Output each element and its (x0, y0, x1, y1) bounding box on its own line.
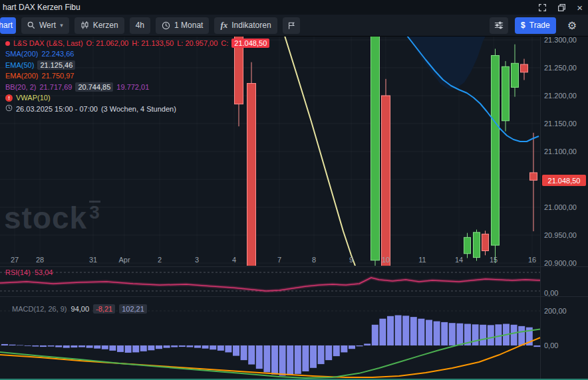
macd-histogram-bar (434, 322, 440, 345)
macd-histogram-bar (418, 319, 424, 345)
date-tick-label: 15 (490, 256, 498, 264)
macd-histogram-bar (218, 345, 224, 351)
close-icon[interactable]: × (577, 3, 583, 13)
ema50-label: EMA(50) (5, 61, 34, 70)
fullscreen-icon[interactable] (538, 3, 547, 12)
macd-histogram-bar (488, 325, 494, 345)
macd-histogram-bar (302, 345, 309, 371)
candle-body (482, 234, 489, 250)
macd-histogram-bar (472, 324, 479, 345)
macd-histogram-bar (318, 345, 325, 364)
date-tick-label: 11 (418, 256, 426, 264)
vwap-legend-row[interactable]: ! VWAP(10) (5, 94, 269, 102)
chart-tab-button-clipped[interactable]: hart (0, 17, 16, 34)
macd-histogram-bar (518, 326, 525, 345)
macd-histogram-bar (148, 345, 154, 350)
macd-histogram-bar (1, 344, 8, 345)
close-value-badge: 21.048,50 (231, 39, 269, 48)
indicators-button[interactable]: fx Indikatoren (214, 17, 277, 34)
macd-histogram-value: -8,21 (93, 304, 115, 314)
macd-histogram-bar (25, 345, 31, 346)
candle-body (530, 173, 537, 180)
timeframe-text: 26.03.2025 15:00 - 07:00 (16, 105, 98, 114)
date-tick-label: 10 (382, 256, 390, 264)
macd-histogram-bar (395, 316, 402, 346)
rsi-line (0, 278, 540, 291)
macd-histogram-bar (410, 317, 417, 345)
macd-histogram-bar (333, 345, 340, 356)
macd-histogram-bar (40, 345, 47, 347)
macd-histogram-bar (233, 345, 239, 356)
interval-button[interactable]: 4h (130, 17, 150, 34)
ema50-legend-row[interactable]: EMA(50) 21.125,46 (5, 60, 269, 70)
macd-histogram-bar (426, 320, 432, 345)
macd-histogram-bar (225, 345, 231, 352)
macd-histogram-bar (78, 345, 85, 347)
price-tick-label: 20.950,00 (544, 231, 577, 239)
bb-middle-value-badge: 20.744,85 (75, 82, 113, 92)
chart-settings-sliders-button[interactable] (490, 17, 508, 34)
indicator-band-cloud (407, 36, 486, 89)
rsi-indicator-label[interactable]: RSI(14) 53,04 (5, 268, 53, 276)
date-tick-label: 31 (89, 256, 97, 264)
macd-histogram-bar (357, 345, 363, 346)
macd-histogram-bar (164, 345, 170, 348)
wert-dropdown-button[interactable]: Wert ▾ (21, 17, 69, 34)
bookmark-button[interactable] (283, 17, 300, 34)
price-tick-label: 21.200,00 (544, 92, 577, 100)
macd-indicator-label[interactable]: MACD(12, 26, 9) 94,00 -8,21 102,21 (12, 304, 147, 314)
instrument-legend-row[interactable]: L&S DAX (L&S, Last) O: 21.062,00 H: 21.1… (5, 39, 269, 48)
macd-histogram-bar (202, 345, 209, 349)
settings-gear-button[interactable]: ⚙ (563, 17, 581, 34)
rsi-value: 53,04 (35, 268, 53, 276)
sma-legend-row[interactable]: SMA(200) 22.243,66 (5, 50, 269, 58)
macd-axis-label: 0,00 (544, 341, 558, 349)
open-value: O: 21.062,00 (86, 39, 129, 48)
fx-icon: fx (220, 20, 227, 31)
bb-legend-row[interactable]: BB(20, 2) 21.717,69 20.744,85 19.772,01 (5, 82, 269, 92)
date-tick-label: 4 (232, 256, 236, 264)
macd-histogram-bar (263, 345, 270, 372)
dollar-icon: $ (521, 21, 525, 30)
date-tick-label: 27 (11, 256, 19, 264)
macd-histogram-bar (295, 345, 301, 374)
macd-histogram-bar (140, 345, 147, 351)
macd-histogram-bar (210, 345, 216, 349)
restore-window-icon[interactable] (557, 3, 566, 12)
price-tick-label: 21.100,00 (544, 147, 577, 155)
macd-histogram-bar (241, 345, 247, 360)
macd-histogram-bar (256, 345, 263, 369)
macd-histogram-bar (387, 316, 394, 345)
clock-icon-small (5, 104, 13, 114)
macd-histogram-bar (456, 324, 463, 345)
bookmark-icon (287, 21, 295, 30)
sma-value: 22.243,66 (42, 50, 74, 58)
rsi-name: RSI(14) (5, 268, 31, 276)
macd-histogram-bar (17, 345, 23, 345)
sma-label: SMA(200) (5, 50, 39, 58)
chart-type-kerzen-button[interactable]: Kerzen (74, 17, 124, 34)
macd-histogram-bar (325, 345, 332, 360)
macd-line-value: 94,00 (71, 305, 90, 313)
range-dropdown-button[interactable]: 1 Monat (156, 17, 209, 34)
ema200-legend-row[interactable]: EMA(200) 21.750,97 (5, 72, 269, 80)
macd-axis-label: 200,00 (544, 307, 567, 315)
date-tick-label: 28 (36, 256, 44, 264)
macd-histogram-bar (194, 345, 201, 348)
search-icon (27, 21, 35, 29)
macd-histogram-bar (379, 319, 386, 345)
trade-button[interactable]: $ Trade (515, 17, 556, 34)
macd-histogram-bar (372, 325, 378, 345)
candle-body (371, 0, 380, 260)
price-tick-label: 21.150,00 (544, 120, 577, 128)
titlebar[interactable]: hart DAX Kerzen Fibu × (0, 0, 588, 15)
macd-histogram-bar (32, 345, 39, 347)
vwap-label: VWAP(10) (16, 94, 51, 102)
price-tick-label: 20.900,00 (544, 259, 577, 267)
macd-histogram-bar (279, 345, 286, 376)
candlestick-icon (80, 21, 89, 30)
date-tick-label: 3 (195, 256, 199, 264)
high-value: H: 21.133,50 (132, 39, 174, 48)
macd-histogram-bar (511, 325, 517, 345)
macd-histogram-bar (132, 345, 139, 352)
